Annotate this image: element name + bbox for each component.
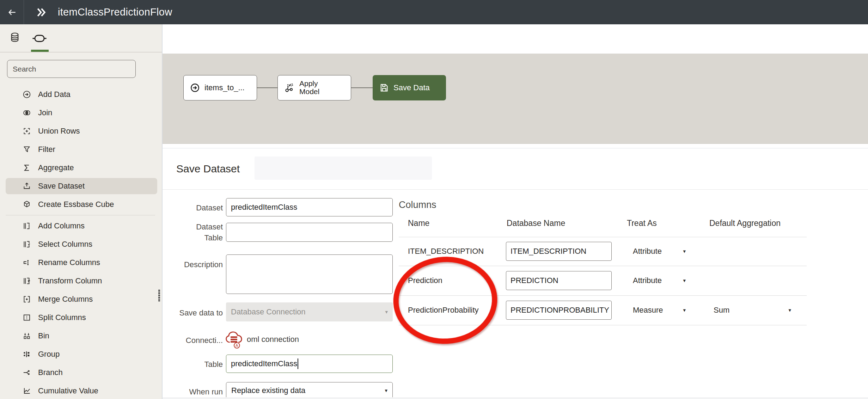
table-row-name: ITEM_DESCRIPTION: [408, 247, 504, 256]
sidebar-item-union-rows[interactable]: Union Rows: [0, 122, 162, 140]
cumulative-value-icon: [22, 386, 31, 395]
table-row-db-name-input[interactable]: PREDICTION: [506, 271, 612, 290]
save-data-to-select: Database Connection ▾: [226, 302, 393, 321]
panel-bottom-edge: [163, 397, 868, 399]
dropdown-caret-icon: ▾: [683, 307, 686, 313]
flow-node-items-to[interactable]: items_to_...: [183, 75, 257, 100]
tab-flow-steps[interactable]: [32, 34, 47, 43]
sidebar-item-save-dataset[interactable]: Save Dataset: [0, 177, 162, 195]
app-header: itemClassPredictionFlow: [0, 0, 868, 24]
flow-node-label: Apply Model: [299, 80, 338, 96]
text-cursor: [298, 358, 298, 369]
back-arrow-icon: [7, 8, 17, 17]
flow-node-label: Save Data: [393, 84, 430, 92]
table-row-name: Prediction: [408, 276, 504, 285]
sidebar-item-filter[interactable]: Filter: [0, 140, 162, 159]
sidebar-item-transform-column[interactable]: Transform Column: [0, 272, 162, 290]
join-icon: [22, 108, 31, 117]
bin-icon: [22, 331, 31, 340]
flow-chevrons-icon: [35, 8, 47, 17]
rename-columns-icon: [22, 258, 31, 267]
connection-value[interactable]: oml connection: [247, 335, 299, 344]
sidebar-section-divider: [0, 214, 162, 217]
annotation-circle: [384, 248, 508, 354]
sidebar-item-add-data[interactable]: Add Data: [0, 85, 162, 104]
sidebar-item-label: Rename Columns: [38, 258, 100, 267]
apply-model-icon: [284, 82, 295, 94]
flow-connector: [257, 87, 277, 88]
table-input[interactable]: predictedItemClass: [226, 355, 393, 373]
database-icon: [10, 32, 20, 43]
save-data-to-label: Save data to: [106, 307, 223, 318]
flow-node-apply-model[interactable]: Apply Model: [277, 75, 351, 100]
select-columns-icon: [22, 240, 31, 249]
dataset-table-input[interactable]: [226, 223, 393, 242]
sidebar-tabs: [0, 24, 162, 53]
save-dataset-icon: [22, 182, 31, 191]
sidebar-item-label: Group: [38, 350, 60, 359]
table-row-db-name-input[interactable]: ITEM_DESCRIPTION: [506, 242, 612, 261]
table-divider: [399, 295, 807, 296]
sidebar-item-label: Bin: [38, 331, 49, 340]
sidebar-item-aggregate[interactable]: Aggregate: [0, 159, 162, 177]
column-header-default-aggregation: Default Aggregation: [709, 219, 781, 228]
panel-title: Save Dataset: [176, 163, 240, 175]
table-row-default-aggregation-select[interactable]: Sum ▾: [714, 306, 791, 315]
when-run-select[interactable]: Replace existing data ▾: [226, 382, 393, 399]
panel-title-highlight: [255, 156, 432, 180]
sidebar-item-join[interactable]: Join: [0, 104, 162, 122]
flow-connector: [351, 87, 373, 88]
database-connection-icon: A: [225, 329, 243, 349]
sidebar-item-label: Add Data: [38, 90, 71, 99]
aggregate-icon: [22, 163, 31, 172]
table-row-treat-as-select[interactable]: Measure ▾: [633, 306, 686, 315]
split-columns-icon: [22, 313, 31, 322]
flow-canvas[interactable]: [163, 54, 868, 144]
branch-icon: [22, 368, 31, 377]
save-data-icon: [379, 82, 389, 93]
sidebar-item-label: Join: [38, 108, 52, 117]
tab-data-sources[interactable]: [10, 32, 20, 43]
column-header-name: Name: [408, 219, 429, 228]
table-row-name: PredictionProbability: [408, 306, 504, 315]
sidebar-item-merge-columns[interactable]: Merge Columns: [0, 290, 162, 308]
flow-step-icon: [32, 34, 47, 43]
table-row-treat-as-select[interactable]: Attribute ▾: [633, 247, 686, 256]
panel-top-divider: [163, 148, 868, 148]
sidebar-item-label: Cumulative Value: [38, 386, 98, 395]
sidebar-resize-handle[interactable]: [158, 290, 160, 301]
transform-column-icon: [22, 276, 31, 286]
sidebar-item-label: Union Rows: [38, 127, 80, 136]
dropdown-caret-icon: ▾: [385, 309, 388, 315]
sidebar-item-select-columns[interactable]: Select Columns: [0, 235, 162, 253]
dropdown-caret-icon: ▾: [385, 387, 387, 394]
table-row-db-name-input[interactable]: PREDICTIONPROBABILITY: [506, 301, 612, 320]
essbase-cube-icon: [22, 200, 31, 209]
column-header-treat-as: Treat As: [627, 219, 657, 228]
sidebar-item-add-columns[interactable]: Add Columns: [0, 217, 162, 235]
description-input[interactable]: [226, 254, 393, 294]
sidebar-item-label: Save Dataset: [38, 182, 85, 191]
panel-title-divider: [163, 189, 868, 190]
merge-columns-icon: [22, 295, 31, 304]
search-input[interactable]: [7, 60, 136, 78]
sidebar-item-label: Add Columns: [38, 221, 85, 231]
dataset-label: Dataset: [106, 202, 223, 213]
dropdown-caret-icon: ▾: [683, 248, 686, 254]
filter-icon: [22, 145, 31, 154]
flow-node-save-data[interactable]: Save Data: [373, 75, 446, 100]
table-label: Table: [106, 359, 223, 370]
dataset-table-label: Dataset Table: [181, 221, 223, 243]
flow-node-label: items_to_...: [204, 84, 245, 92]
sidebar-item-label: Split Columns: [38, 313, 86, 322]
dataset-input[interactable]: predictedItemClass: [226, 198, 393, 216]
table-row-treat-as-select[interactable]: Attribute ▾: [633, 276, 686, 285]
dropdown-caret-icon: ▾: [788, 307, 791, 313]
sidebar-item-label: Aggregate: [38, 163, 74, 172]
table-divider: [399, 266, 807, 266]
sidebar-item-label: Branch: [38, 368, 63, 377]
back-button[interactable]: [0, 0, 24, 24]
column-header-database-name: Database Name: [507, 219, 565, 228]
svg-text:A: A: [236, 343, 238, 348]
connection-label: Connecti...: [106, 335, 223, 346]
